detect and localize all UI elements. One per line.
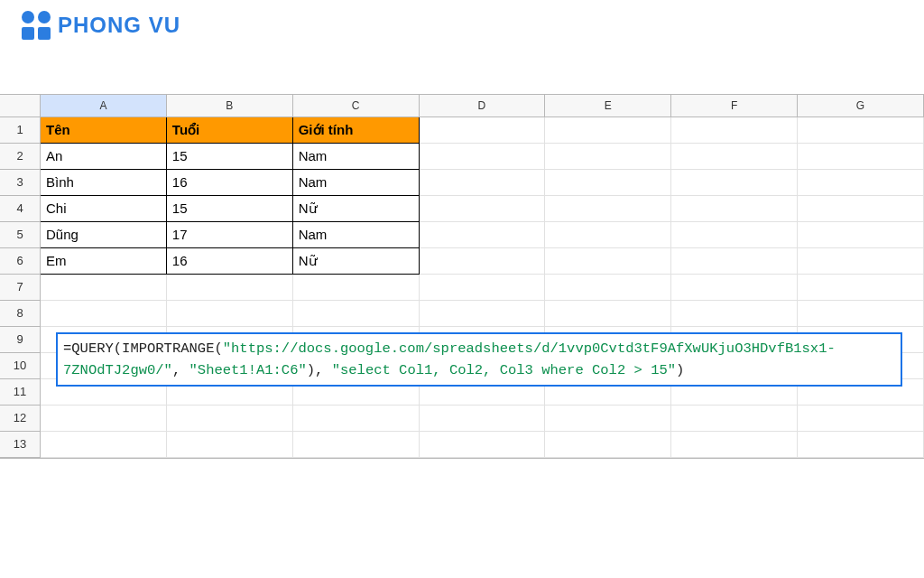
cell-e5[interactable]	[545, 221, 671, 247]
cell-b2[interactable]: 15	[166, 143, 292, 169]
cell-a6[interactable]: Em	[41, 247, 167, 274]
row-header-6[interactable]: 6	[0, 247, 41, 274]
col-header-f[interactable]: F	[671, 95, 798, 117]
cell-e2[interactable]	[545, 143, 671, 169]
cell-e1[interactable]	[545, 117, 671, 143]
formula-part-range: "Sheet1!A1:C6"	[189, 362, 307, 378]
cell-a12[interactable]	[41, 405, 167, 431]
cell-g2[interactable]	[798, 143, 924, 169]
cell-d8[interactable]	[419, 300, 545, 326]
sheet-grid[interactable]: A B C D E F G 1 Tên Tuổi Giới tính 2 An …	[0, 95, 924, 458]
cell-f6[interactable]	[671, 247, 798, 274]
cell-e3[interactable]	[545, 169, 671, 195]
formula-part-sep1: ,	[172, 362, 189, 378]
col-header-a[interactable]: A	[41, 95, 167, 117]
cell-c8[interactable]	[292, 300, 419, 326]
row-header-8[interactable]: 8	[0, 300, 41, 326]
cell-a7[interactable]	[41, 274, 167, 300]
cell-f8[interactable]	[671, 300, 798, 326]
cell-b3[interactable]: 16	[166, 169, 292, 195]
row-header-7[interactable]: 7	[0, 274, 41, 300]
cell-e12[interactable]	[545, 405, 671, 431]
cell-f3[interactable]	[671, 169, 798, 195]
row-header-4[interactable]: 4	[0, 195, 41, 221]
cell-c13[interactable]	[292, 431, 419, 457]
cell-g12[interactable]	[798, 405, 924, 431]
cell-c7[interactable]	[292, 274, 419, 300]
cell-b7[interactable]	[166, 274, 292, 300]
formula-editor[interactable]: =QUERY(IMPORTRANGE("https://docs.google.…	[56, 332, 902, 387]
cell-e7[interactable]	[545, 274, 671, 300]
col-header-b[interactable]: B	[166, 95, 292, 117]
cell-c12[interactable]	[292, 405, 419, 431]
cell-d6[interactable]	[419, 247, 545, 274]
cell-c3[interactable]: Nam	[292, 169, 419, 195]
cell-f13[interactable]	[671, 431, 798, 457]
row-header-12[interactable]: 12	[0, 405, 41, 431]
cell-d13[interactable]	[419, 431, 545, 457]
cell-c2[interactable]: Nam	[292, 143, 419, 169]
row-header-5[interactable]: 5	[0, 221, 41, 247]
cell-a3[interactable]: Bình	[41, 169, 167, 195]
cell-e4[interactable]	[545, 195, 671, 221]
formula-part-sep2: ),	[307, 362, 332, 378]
row-header-11[interactable]: 11	[0, 378, 41, 405]
cell-b13[interactable]	[166, 431, 292, 457]
select-all-corner[interactable]	[0, 95, 41, 117]
formula-part-close: )	[676, 362, 684, 378]
cell-d2[interactable]	[419, 143, 545, 169]
cell-c4[interactable]: Nữ	[292, 195, 419, 221]
formula-part-query: =QUERY(IMPORTRANGE(	[63, 340, 223, 357]
cell-c1[interactable]: Giới tính	[292, 117, 419, 143]
col-header-e[interactable]: E	[545, 95, 671, 117]
col-header-d[interactable]: D	[419, 95, 545, 117]
cell-a13[interactable]	[41, 431, 167, 457]
cell-f1[interactable]	[671, 117, 798, 143]
spreadsheet[interactable]: A B C D E F G 1 Tên Tuổi Giới tính 2 An …	[0, 94, 924, 459]
cell-d1[interactable]	[419, 117, 545, 143]
cell-g1[interactable]	[798, 117, 924, 143]
cell-e13[interactable]	[545, 431, 671, 457]
cell-f7[interactable]	[671, 274, 798, 300]
cell-g3[interactable]	[798, 169, 924, 195]
cell-a5[interactable]: Dũng	[41, 221, 167, 247]
row-header-1[interactable]: 1	[0, 117, 41, 143]
cell-b5[interactable]: 17	[166, 221, 292, 247]
cell-b6[interactable]: 16	[166, 247, 292, 274]
cell-g13[interactable]	[798, 431, 924, 457]
row-header-3[interactable]: 3	[0, 169, 41, 195]
cell-f4[interactable]	[671, 195, 798, 221]
cell-b4[interactable]: 15	[166, 195, 292, 221]
cell-g6[interactable]	[798, 247, 924, 274]
cell-d3[interactable]	[419, 169, 545, 195]
cell-d5[interactable]	[419, 221, 545, 247]
logo-icon	[22, 11, 51, 40]
cell-f12[interactable]	[671, 405, 798, 431]
cell-b12[interactable]	[166, 405, 292, 431]
cell-d4[interactable]	[419, 195, 545, 221]
cell-a2[interactable]: An	[41, 143, 167, 169]
cell-d7[interactable]	[419, 274, 545, 300]
cell-g4[interactable]	[798, 195, 924, 221]
cell-g8[interactable]	[798, 300, 924, 326]
cell-f5[interactable]	[671, 221, 798, 247]
cell-b1[interactable]: Tuổi	[166, 117, 292, 143]
row-header-10[interactable]: 10	[0, 352, 41, 378]
cell-e6[interactable]	[545, 247, 671, 274]
row-header-13[interactable]: 13	[0, 431, 41, 457]
cell-c6[interactable]: Nữ	[292, 247, 419, 274]
cell-c5[interactable]: Nam	[292, 221, 419, 247]
cell-g5[interactable]	[798, 221, 924, 247]
cell-a1[interactable]: Tên	[41, 117, 167, 143]
cell-d12[interactable]	[419, 405, 545, 431]
col-header-c[interactable]: C	[292, 95, 419, 117]
row-header-9[interactable]: 9	[0, 326, 41, 352]
cell-f2[interactable]	[671, 143, 798, 169]
cell-a8[interactable]	[41, 300, 167, 326]
cell-a4[interactable]: Chi	[41, 195, 167, 221]
cell-e8[interactable]	[545, 300, 671, 326]
col-header-g[interactable]: G	[798, 95, 924, 117]
cell-g7[interactable]	[798, 274, 924, 300]
row-header-2[interactable]: 2	[0, 143, 41, 169]
cell-b8[interactable]	[166, 300, 292, 326]
